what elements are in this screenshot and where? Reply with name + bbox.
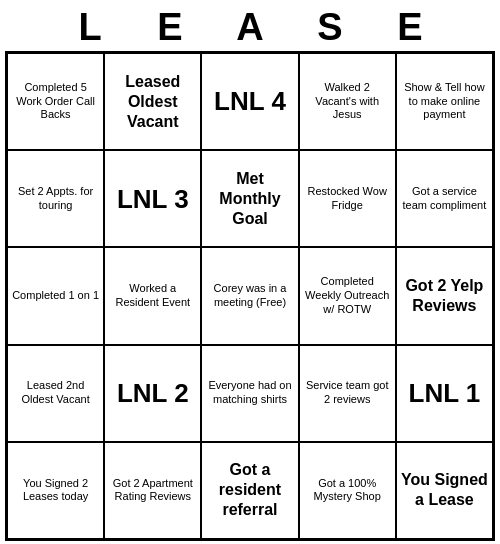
cell-6[interactable]: LNL 3 (104, 150, 201, 247)
cell-22[interactable]: Got a resident referral (201, 442, 298, 539)
cell-21[interactable]: Got 2 Apartment Rating Reviews (104, 442, 201, 539)
cell-15[interactable]: Leased 2nd Oldest Vacant (7, 345, 104, 442)
cell-0[interactable]: Completed 5 Work Order Call Backs (7, 53, 104, 150)
cell-12[interactable]: Corey was in a meeting (Free) (201, 247, 298, 344)
title-letter-5: E (370, 6, 450, 49)
cell-14[interactable]: Got 2 Yelp Reviews (396, 247, 493, 344)
cell-8[interactable]: Restocked Wow Fridge (299, 150, 396, 247)
cell-19[interactable]: LNL 1 (396, 345, 493, 442)
cell-4[interactable]: Show & Tell how to make online payment (396, 53, 493, 150)
cell-13[interactable]: Completed Weekly Outreach w/ ROTW (299, 247, 396, 344)
bingo-grid: Completed 5 Work Order Call BacksLeased … (5, 51, 495, 541)
cell-5[interactable]: Set 2 Appts. for touring (7, 150, 104, 247)
cell-20[interactable]: You Signed 2 Leases today (7, 442, 104, 539)
cell-24[interactable]: You Signed a Lease (396, 442, 493, 539)
cell-9[interactable]: Got a service team compliment (396, 150, 493, 247)
cell-17[interactable]: Everyone had on matching shirts (201, 345, 298, 442)
cell-10[interactable]: Completed 1 on 1 (7, 247, 104, 344)
title-letter-3: A (210, 6, 290, 49)
cell-18[interactable]: Service team got 2 reviews (299, 345, 396, 442)
cell-11[interactable]: Worked a Resident Event (104, 247, 201, 344)
cell-7[interactable]: Met Monthly Goal (201, 150, 298, 247)
title-letter-2: E (130, 6, 210, 49)
cell-3[interactable]: Walked 2 Vacant's with Jesus (299, 53, 396, 150)
cell-23[interactable]: Got a 100% Mystery Shop (299, 442, 396, 539)
title-letter-4: S (290, 6, 370, 49)
title-row: L E A S E (0, 0, 500, 51)
cell-1[interactable]: Leased Oldest Vacant (104, 53, 201, 150)
cell-16[interactable]: LNL 2 (104, 345, 201, 442)
title-letter-1: L (50, 6, 130, 49)
cell-2[interactable]: LNL 4 (201, 53, 298, 150)
